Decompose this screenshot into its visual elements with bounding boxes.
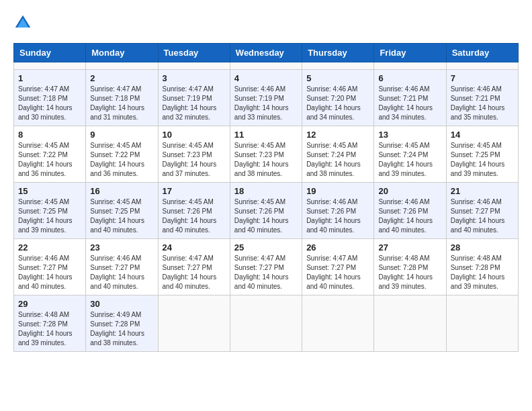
day-number: 15	[18, 186, 81, 196]
calendar-cell: 6Sunrise: 4:46 AM Sunset: 7:21 PM Daylig…	[374, 70, 446, 126]
day-number: 1	[18, 73, 81, 83]
day-number: 26	[306, 242, 369, 253]
day-header-friday: Friday	[374, 44, 446, 62]
day-number: 11	[234, 130, 298, 140]
calendar-week-row: 22Sunrise: 4:46 AM Sunset: 7:27 PM Dayli…	[14, 239, 519, 295]
day-header-sunday: Sunday	[14, 44, 86, 62]
day-number: 6	[378, 73, 441, 83]
cell-content: Sunrise: 4:46 AM Sunset: 7:21 PM Dayligh…	[378, 85, 441, 122]
calendar-week-row: 1Sunrise: 4:47 AM Sunset: 7:18 PM Daylig…	[14, 70, 519, 126]
day-header-monday: Monday	[86, 44, 158, 62]
calendar-cell: 14Sunrise: 4:45 AM Sunset: 7:25 PM Dayli…	[446, 126, 518, 183]
cell-content: Sunrise: 4:47 AM Sunset: 7:18 PM Dayligh…	[18, 85, 81, 122]
day-number: 7	[451, 73, 514, 83]
day-number: 25	[234, 242, 298, 253]
calendar-cell	[446, 295, 518, 352]
cell-content: Sunrise: 4:47 AM Sunset: 7:19 PM Dayligh…	[163, 85, 226, 122]
day-header-tuesday: Tuesday	[158, 44, 230, 62]
cell-content: Sunrise: 4:46 AM Sunset: 7:26 PM Dayligh…	[306, 197, 369, 235]
generalblue-logo-icon	[13, 13, 32, 32]
calendar-cell: 12Sunrise: 4:45 AM Sunset: 7:24 PM Dayli…	[302, 126, 374, 183]
calendar-cell: 5Sunrise: 4:46 AM Sunset: 7:20 PM Daylig…	[302, 70, 374, 126]
day-header-wednesday: Wednesday	[230, 44, 302, 62]
calendar-cell	[374, 62, 446, 70]
calendar-cell: 23Sunrise: 4:46 AM Sunset: 7:27 PM Dayli…	[86, 239, 158, 295]
calendar-cell	[446, 62, 518, 70]
calendar-cell: 30Sunrise: 4:49 AM Sunset: 7:28 PM Dayli…	[86, 295, 158, 352]
cell-content: Sunrise: 4:46 AM Sunset: 7:19 PM Dayligh…	[234, 85, 298, 122]
calendar-cell: 27Sunrise: 4:48 AM Sunset: 7:28 PM Dayli…	[374, 239, 446, 295]
cell-content: Sunrise: 4:45 AM Sunset: 7:24 PM Dayligh…	[306, 141, 369, 179]
day-number: 17	[163, 186, 226, 196]
day-number: 20	[378, 186, 441, 196]
cell-content: Sunrise: 4:48 AM Sunset: 7:28 PM Dayligh…	[378, 254, 441, 291]
calendar-table: SundayMondayTuesdayWednesdayThursdayFrid…	[13, 43, 519, 352]
cell-content: Sunrise: 4:46 AM Sunset: 7:21 PM Dayligh…	[451, 85, 514, 122]
calendar-cell: 18Sunrise: 4:45 AM Sunset: 7:26 PM Dayli…	[230, 183, 302, 239]
cell-content: Sunrise: 4:45 AM Sunset: 7:22 PM Dayligh…	[18, 141, 81, 179]
day-number: 5	[306, 73, 369, 83]
cell-content: Sunrise: 4:45 AM Sunset: 7:25 PM Dayligh…	[18, 197, 81, 235]
calendar-cell: 7Sunrise: 4:46 AM Sunset: 7:21 PM Daylig…	[446, 70, 518, 126]
cell-content: Sunrise: 4:45 AM Sunset: 7:23 PM Dayligh…	[163, 141, 226, 179]
day-number: 24	[163, 242, 226, 253]
cell-content: Sunrise: 4:46 AM Sunset: 7:20 PM Dayligh…	[306, 85, 369, 122]
calendar-cell: 21Sunrise: 4:46 AM Sunset: 7:27 PM Dayli…	[446, 183, 518, 239]
calendar-cell	[158, 295, 230, 352]
calendar-cell: 2Sunrise: 4:47 AM Sunset: 7:18 PM Daylig…	[86, 70, 158, 126]
calendar-cell	[230, 295, 302, 352]
day-number: 23	[90, 242, 153, 253]
calendar-cell: 10Sunrise: 4:45 AM Sunset: 7:23 PM Dayli…	[158, 126, 230, 183]
calendar-header-row: SundayMondayTuesdayWednesdayThursdayFrid…	[14, 44, 519, 62]
calendar-cell: 3Sunrise: 4:47 AM Sunset: 7:19 PM Daylig…	[158, 70, 230, 126]
calendar-cell	[302, 295, 374, 352]
cell-content: Sunrise: 4:49 AM Sunset: 7:28 PM Dayligh…	[90, 310, 153, 348]
day-number: 21	[451, 186, 514, 196]
calendar-cell: 11Sunrise: 4:45 AM Sunset: 7:23 PM Dayli…	[230, 126, 302, 183]
calendar-cell: 1Sunrise: 4:47 AM Sunset: 7:18 PM Daylig…	[14, 70, 86, 126]
calendar-week-row: 29Sunrise: 4:48 AM Sunset: 7:28 PM Dayli…	[14, 295, 519, 352]
cell-content: Sunrise: 4:47 AM Sunset: 7:18 PM Dayligh…	[90, 85, 153, 122]
cell-content: Sunrise: 4:45 AM Sunset: 7:24 PM Dayligh…	[378, 141, 441, 179]
day-number: 29	[18, 299, 81, 309]
cell-content: Sunrise: 4:45 AM Sunset: 7:23 PM Dayligh…	[234, 141, 298, 179]
day-header-thursday: Thursday	[302, 44, 374, 62]
calendar-cell: 8Sunrise: 4:45 AM Sunset: 7:22 PM Daylig…	[14, 126, 86, 183]
cell-content: Sunrise: 4:47 AM Sunset: 7:27 PM Dayligh…	[163, 254, 226, 291]
day-number: 8	[18, 130, 81, 140]
calendar-cell	[14, 62, 86, 70]
cell-content: Sunrise: 4:46 AM Sunset: 7:27 PM Dayligh…	[90, 254, 153, 291]
calendar-cell: 24Sunrise: 4:47 AM Sunset: 7:27 PM Dayli…	[158, 239, 230, 295]
cell-content: Sunrise: 4:45 AM Sunset: 7:25 PM Dayligh…	[90, 197, 153, 235]
calendar-cell: 13Sunrise: 4:45 AM Sunset: 7:24 PM Dayli…	[374, 126, 446, 183]
cell-content: Sunrise: 4:45 AM Sunset: 7:26 PM Dayligh…	[163, 197, 226, 235]
cell-content: Sunrise: 4:47 AM Sunset: 7:27 PM Dayligh…	[234, 254, 298, 291]
calendar-cell: 19Sunrise: 4:46 AM Sunset: 7:26 PM Dayli…	[302, 183, 374, 239]
day-number: 12	[306, 130, 369, 140]
day-number: 13	[378, 130, 441, 140]
day-number: 3	[163, 73, 226, 83]
day-number: 14	[451, 130, 514, 140]
calendar-week-row: 15Sunrise: 4:45 AM Sunset: 7:25 PM Dayli…	[14, 183, 519, 239]
calendar-week-row: 8Sunrise: 4:45 AM Sunset: 7:22 PM Daylig…	[14, 126, 519, 183]
calendar-cell	[302, 62, 374, 70]
logo	[13, 13, 35, 32]
page-header	[13, 13, 519, 32]
cell-content: Sunrise: 4:46 AM Sunset: 7:26 PM Dayligh…	[378, 197, 441, 235]
calendar-week-row	[14, 62, 519, 70]
cell-content: Sunrise: 4:48 AM Sunset: 7:28 PM Dayligh…	[451, 254, 514, 291]
calendar-cell: 16Sunrise: 4:45 AM Sunset: 7:25 PM Dayli…	[86, 183, 158, 239]
cell-content: Sunrise: 4:47 AM Sunset: 7:27 PM Dayligh…	[306, 254, 369, 291]
calendar-cell: 15Sunrise: 4:45 AM Sunset: 7:25 PM Dayli…	[14, 183, 86, 239]
cell-content: Sunrise: 4:45 AM Sunset: 7:26 PM Dayligh…	[234, 197, 298, 235]
calendar-cell	[230, 62, 302, 70]
calendar-cell: 28Sunrise: 4:48 AM Sunset: 7:28 PM Dayli…	[446, 239, 518, 295]
day-number: 2	[90, 73, 153, 83]
day-header-saturday: Saturday	[446, 44, 518, 62]
cell-content: Sunrise: 4:45 AM Sunset: 7:22 PM Dayligh…	[90, 141, 153, 179]
calendar-cell	[86, 62, 158, 70]
calendar-cell: 17Sunrise: 4:45 AM Sunset: 7:26 PM Dayli…	[158, 183, 230, 239]
calendar-cell: 9Sunrise: 4:45 AM Sunset: 7:22 PM Daylig…	[86, 126, 158, 183]
cell-content: Sunrise: 4:46 AM Sunset: 7:27 PM Dayligh…	[18, 254, 81, 291]
day-number: 10	[163, 130, 226, 140]
